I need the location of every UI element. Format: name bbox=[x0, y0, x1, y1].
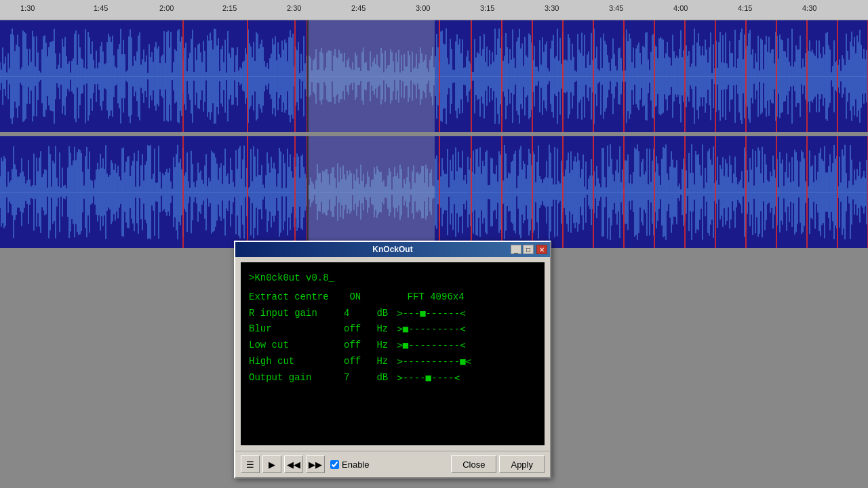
slider-blur[interactable]: >■---------< bbox=[391, 321, 466, 338]
unit-r-input-gain: dB bbox=[371, 306, 391, 322]
slider-output-gain[interactable]: >----■----< bbox=[391, 370, 460, 386]
dialog-footer: ☰ ▶ ◀◀ ▶▶ Enable Close Apply bbox=[235, 451, 550, 477]
unit-low-cut: Hz bbox=[371, 338, 391, 354]
tick-230: 2:30 bbox=[287, 4, 301, 12]
back-button[interactable]: ◀◀ bbox=[284, 455, 303, 473]
label-low-cut: Low cut bbox=[249, 338, 344, 354]
apply-button[interactable]: Apply bbox=[499, 455, 545, 473]
slider-r-input-gain[interactable]: >---■------< bbox=[391, 306, 466, 322]
label-high-cut: High cut bbox=[249, 354, 344, 370]
fft-label: FFT 4096x4 bbox=[384, 289, 465, 306]
track-2[interactable] bbox=[0, 136, 868, 248]
enable-label: Enable bbox=[342, 460, 369, 470]
dialog-title: KnOckOut bbox=[372, 245, 412, 254]
enable-checkbox[interactable] bbox=[330, 460, 339, 469]
row-output-gain[interactable]: Output gain 7 dB >----■----< bbox=[249, 370, 536, 386]
row-r-input-gain[interactable]: R input gain 4 dB >---■------< bbox=[249, 306, 536, 322]
tick-345: 3:45 bbox=[609, 4, 623, 12]
forward-button[interactable]: ▶▶ bbox=[306, 455, 325, 473]
row-low-cut[interactable]: Low cut off Hz >■---------< bbox=[249, 338, 536, 354]
tick-315: 3:15 bbox=[480, 4, 494, 12]
tick-200: 2:00 bbox=[159, 4, 174, 12]
dialog-content: >Kn0ck0ut v0.8_ Extract centre ON FFT 40… bbox=[241, 262, 545, 445]
value-extract-centre: ON bbox=[344, 289, 371, 306]
row-blur[interactable]: Blur off Hz >■---------< bbox=[249, 321, 536, 338]
close-title-button[interactable]: ✕ bbox=[536, 245, 547, 254]
tick-415: 4:15 bbox=[738, 4, 752, 12]
label-r-input-gain: R input gain bbox=[249, 306, 344, 322]
tick-145: 1:45 bbox=[94, 4, 108, 12]
tick-430: 4:30 bbox=[802, 4, 816, 12]
slider-low-cut[interactable]: >■---------< bbox=[391, 338, 466, 354]
tick-215: 2:15 bbox=[222, 4, 237, 12]
tick-245: 2:45 bbox=[351, 4, 366, 12]
value-output-gain: 7 bbox=[344, 370, 371, 386]
value-r-input-gain: 4 bbox=[344, 306, 371, 322]
close-button[interactable]: Close bbox=[451, 455, 496, 473]
track-1[interactable] bbox=[0, 20, 868, 132]
row-high-cut[interactable]: High cut off Hz >----------■< bbox=[249, 354, 536, 370]
unit-high-cut: Hz bbox=[371, 354, 391, 370]
maximize-button[interactable]: □ bbox=[523, 245, 534, 254]
menu-button[interactable]: ☰ bbox=[241, 455, 260, 473]
unit-blur: Hz bbox=[371, 321, 391, 338]
label-blur: Blur bbox=[249, 321, 344, 338]
label-extract-centre: Extract centre bbox=[249, 289, 344, 306]
label-output-gain: Output gain bbox=[249, 370, 344, 386]
unit-output-gain: dB bbox=[371, 370, 391, 386]
dialog-titlebar: KnOckOut _ □ ✕ bbox=[235, 242, 550, 257]
tick-400: 4:00 bbox=[673, 4, 688, 12]
value-blur: off bbox=[344, 321, 371, 338]
minimize-button[interactable]: _ bbox=[511, 245, 521, 254]
tick-130: 1:30 bbox=[20, 4, 35, 12]
tick-330: 3:30 bbox=[545, 4, 559, 12]
enable-checkbox-label[interactable]: Enable bbox=[330, 460, 369, 470]
knockout-dialog: KnOckOut _ □ ✕ >Kn0ck0ut v0.8_ Extract c… bbox=[234, 241, 551, 479]
timeline-ruler: 1:30 1:45 2:00 2:15 2:30 2:45 3:00 3:15 … bbox=[0, 0, 868, 20]
value-high-cut: off bbox=[344, 354, 371, 370]
version-line: >Kn0ck0ut v0.8_ bbox=[249, 270, 536, 287]
play-button[interactable]: ▶ bbox=[262, 455, 281, 473]
tick-300: 3:00 bbox=[416, 4, 430, 12]
value-low-cut: off bbox=[344, 338, 371, 354]
row-extract-centre[interactable]: Extract centre ON FFT 4096x4 bbox=[249, 289, 536, 306]
slider-high-cut[interactable]: >----------■< bbox=[391, 354, 471, 370]
